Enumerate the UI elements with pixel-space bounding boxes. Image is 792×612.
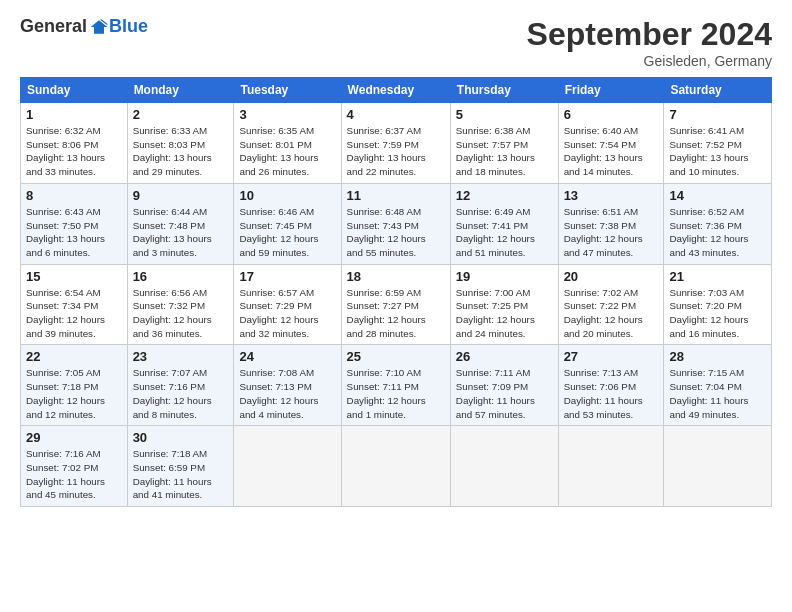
table-row <box>558 426 664 507</box>
day-number: 27 <box>564 349 659 364</box>
day-number: 5 <box>456 107 553 122</box>
day-info: Sunrise: 6:44 AMSunset: 7:48 PMDaylight:… <box>133 206 212 258</box>
table-row: 6Sunrise: 6:40 AMSunset: 7:54 PMDaylight… <box>558 103 664 184</box>
day-info: Sunrise: 7:05 AMSunset: 7:18 PMDaylight:… <box>26 367 105 419</box>
table-row: 20Sunrise: 7:02 AMSunset: 7:22 PMDayligh… <box>558 264 664 345</box>
table-row: 22Sunrise: 7:05 AMSunset: 7:18 PMDayligh… <box>21 345 128 426</box>
table-row: 5Sunrise: 6:38 AMSunset: 7:57 PMDaylight… <box>450 103 558 184</box>
day-number: 4 <box>347 107 445 122</box>
table-row: 10Sunrise: 6:46 AMSunset: 7:45 PMDayligh… <box>234 183 341 264</box>
day-number: 13 <box>564 188 659 203</box>
day-info: Sunrise: 6:52 AMSunset: 7:36 PMDaylight:… <box>669 206 748 258</box>
day-info: Sunrise: 7:02 AMSunset: 7:22 PMDaylight:… <box>564 287 643 339</box>
col-tuesday: Tuesday <box>234 78 341 103</box>
day-number: 18 <box>347 269 445 284</box>
table-row <box>450 426 558 507</box>
col-friday: Friday <box>558 78 664 103</box>
day-info: Sunrise: 7:15 AMSunset: 7:04 PMDaylight:… <box>669 367 748 419</box>
day-info: Sunrise: 7:13 AMSunset: 7:06 PMDaylight:… <box>564 367 643 419</box>
day-info: Sunrise: 7:03 AMSunset: 7:20 PMDaylight:… <box>669 287 748 339</box>
table-row: 1Sunrise: 6:32 AMSunset: 8:06 PMDaylight… <box>21 103 128 184</box>
day-info: Sunrise: 6:37 AMSunset: 7:59 PMDaylight:… <box>347 125 426 177</box>
day-number: 9 <box>133 188 229 203</box>
calendar-header-row: Sunday Monday Tuesday Wednesday Thursday… <box>21 78 772 103</box>
calendar-week-row: 22Sunrise: 7:05 AMSunset: 7:18 PMDayligh… <box>21 345 772 426</box>
day-info: Sunrise: 6:33 AMSunset: 8:03 PMDaylight:… <box>133 125 212 177</box>
table-row: 29Sunrise: 7:16 AMSunset: 7:02 PMDayligh… <box>21 426 128 507</box>
day-number: 17 <box>239 269 335 284</box>
calendar-week-row: 8Sunrise: 6:43 AMSunset: 7:50 PMDaylight… <box>21 183 772 264</box>
table-row: 16Sunrise: 6:56 AMSunset: 7:32 PMDayligh… <box>127 264 234 345</box>
col-thursday: Thursday <box>450 78 558 103</box>
day-number: 24 <box>239 349 335 364</box>
table-row: 27Sunrise: 7:13 AMSunset: 7:06 PMDayligh… <box>558 345 664 426</box>
day-info: Sunrise: 6:32 AMSunset: 8:06 PMDaylight:… <box>26 125 105 177</box>
title-block: September 2024 Geisleden, Germany <box>527 16 772 69</box>
day-info: Sunrise: 6:38 AMSunset: 7:57 PMDaylight:… <box>456 125 535 177</box>
table-row: 26Sunrise: 7:11 AMSunset: 7:09 PMDayligh… <box>450 345 558 426</box>
day-info: Sunrise: 7:08 AMSunset: 7:13 PMDaylight:… <box>239 367 318 419</box>
table-row: 17Sunrise: 6:57 AMSunset: 7:29 PMDayligh… <box>234 264 341 345</box>
day-info: Sunrise: 6:54 AMSunset: 7:34 PMDaylight:… <box>26 287 105 339</box>
table-row: 19Sunrise: 7:00 AMSunset: 7:25 PMDayligh… <box>450 264 558 345</box>
table-row: 9Sunrise: 6:44 AMSunset: 7:48 PMDaylight… <box>127 183 234 264</box>
calendar-week-row: 1Sunrise: 6:32 AMSunset: 8:06 PMDaylight… <box>21 103 772 184</box>
day-info: Sunrise: 6:57 AMSunset: 7:29 PMDaylight:… <box>239 287 318 339</box>
table-row: 2Sunrise: 6:33 AMSunset: 8:03 PMDaylight… <box>127 103 234 184</box>
table-row: 14Sunrise: 6:52 AMSunset: 7:36 PMDayligh… <box>664 183 772 264</box>
col-sunday: Sunday <box>21 78 128 103</box>
day-number: 25 <box>347 349 445 364</box>
table-row: 8Sunrise: 6:43 AMSunset: 7:50 PMDaylight… <box>21 183 128 264</box>
day-info: Sunrise: 7:07 AMSunset: 7:16 PMDaylight:… <box>133 367 212 419</box>
day-info: Sunrise: 6:51 AMSunset: 7:38 PMDaylight:… <box>564 206 643 258</box>
day-number: 1 <box>26 107 122 122</box>
day-info: Sunrise: 6:49 AMSunset: 7:41 PMDaylight:… <box>456 206 535 258</box>
day-number: 12 <box>456 188 553 203</box>
day-info: Sunrise: 7:11 AMSunset: 7:09 PMDaylight:… <box>456 367 535 419</box>
table-row: 24Sunrise: 7:08 AMSunset: 7:13 PMDayligh… <box>234 345 341 426</box>
table-row: 4Sunrise: 6:37 AMSunset: 7:59 PMDaylight… <box>341 103 450 184</box>
table-row: 13Sunrise: 6:51 AMSunset: 7:38 PMDayligh… <box>558 183 664 264</box>
table-row: 28Sunrise: 7:15 AMSunset: 7:04 PMDayligh… <box>664 345 772 426</box>
day-number: 2 <box>133 107 229 122</box>
col-wednesday: Wednesday <box>341 78 450 103</box>
table-row <box>664 426 772 507</box>
day-number: 28 <box>669 349 766 364</box>
day-info: Sunrise: 7:10 AMSunset: 7:11 PMDaylight:… <box>347 367 426 419</box>
day-number: 20 <box>564 269 659 284</box>
day-number: 22 <box>26 349 122 364</box>
location: Geisleden, Germany <box>527 53 772 69</box>
day-info: Sunrise: 6:59 AMSunset: 7:27 PMDaylight:… <box>347 287 426 339</box>
table-row: 18Sunrise: 6:59 AMSunset: 7:27 PMDayligh… <box>341 264 450 345</box>
day-number: 6 <box>564 107 659 122</box>
month-title: September 2024 <box>527 16 772 53</box>
day-number: 14 <box>669 188 766 203</box>
logo-blue-text: Blue <box>109 16 148 37</box>
table-row: 7Sunrise: 6:41 AMSunset: 7:52 PMDaylight… <box>664 103 772 184</box>
logo-general-text: General <box>20 16 87 37</box>
day-info: Sunrise: 6:40 AMSunset: 7:54 PMDaylight:… <box>564 125 643 177</box>
day-info: Sunrise: 6:56 AMSunset: 7:32 PMDaylight:… <box>133 287 212 339</box>
day-number: 16 <box>133 269 229 284</box>
day-number: 11 <box>347 188 445 203</box>
day-info: Sunrise: 6:48 AMSunset: 7:43 PMDaylight:… <box>347 206 426 258</box>
day-info: Sunrise: 6:35 AMSunset: 8:01 PMDaylight:… <box>239 125 318 177</box>
col-saturday: Saturday <box>664 78 772 103</box>
day-info: Sunrise: 7:16 AMSunset: 7:02 PMDaylight:… <box>26 448 105 500</box>
table-row <box>234 426 341 507</box>
day-info: Sunrise: 6:43 AMSunset: 7:50 PMDaylight:… <box>26 206 105 258</box>
day-number: 26 <box>456 349 553 364</box>
day-number: 3 <box>239 107 335 122</box>
day-number: 21 <box>669 269 766 284</box>
day-info: Sunrise: 7:00 AMSunset: 7:25 PMDaylight:… <box>456 287 535 339</box>
header: General Blue September 2024 Geisleden, G… <box>20 16 772 69</box>
day-number: 30 <box>133 430 229 445</box>
table-row: 21Sunrise: 7:03 AMSunset: 7:20 PMDayligh… <box>664 264 772 345</box>
day-number: 7 <box>669 107 766 122</box>
calendar: Sunday Monday Tuesday Wednesday Thursday… <box>20 77 772 507</box>
logo: General Blue <box>20 16 148 37</box>
day-number: 8 <box>26 188 122 203</box>
day-number: 23 <box>133 349 229 364</box>
col-monday: Monday <box>127 78 234 103</box>
day-info: Sunrise: 7:18 AMSunset: 6:59 PMDaylight:… <box>133 448 212 500</box>
